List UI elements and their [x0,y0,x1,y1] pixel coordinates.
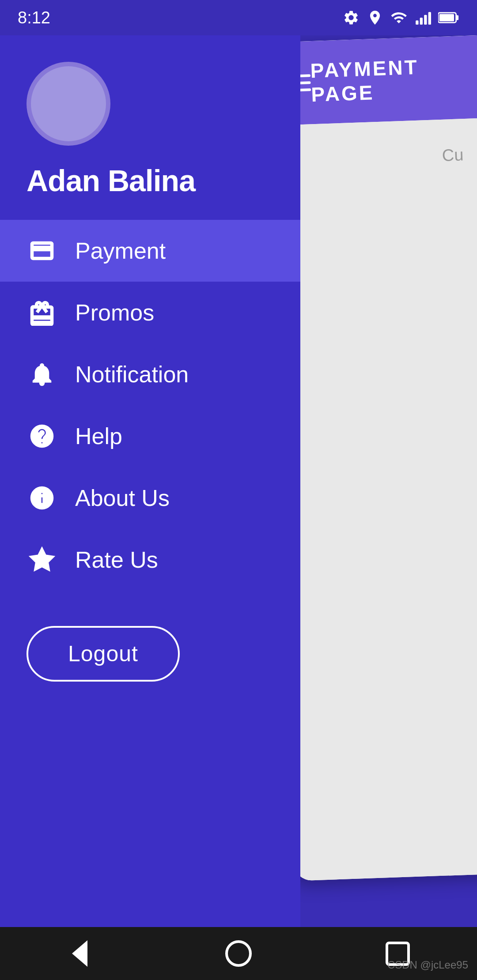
menu-label-promos: Promos [75,299,154,326]
svg-rect-1 [420,18,423,25]
payment-title: PAYMENT PAGE [310,54,458,106]
wifi-icon [390,9,407,26]
svg-marker-7 [31,549,53,570]
back-icon [72,940,87,967]
home-button[interactable] [221,936,256,971]
menu-item-about-us[interactable]: About Us [0,467,300,529]
card-icon [26,235,57,266]
menu-label-help: Help [75,423,122,449]
logout-button[interactable]: Logout [26,626,180,682]
menu-label-notification: Notification [75,361,189,388]
info-icon [26,482,57,513]
menu-item-rate-us[interactable]: Rate Us [0,529,300,591]
signal-icon [414,9,431,26]
svg-rect-0 [416,20,418,24]
battery-icon [438,9,459,26]
svg-rect-2 [424,15,427,25]
logout-section: Logout [0,591,300,717]
menu-label-rate-us: Rate Us [75,547,158,573]
svg-rect-5 [456,15,459,20]
menu-label-about-us: About Us [75,485,170,511]
bell-icon [26,359,57,390]
drawer-menu: Adan Balina Payment Promos [0,0,300,980]
avatar [26,62,110,146]
status-bar: 8:12 [0,0,477,35]
home-icon [225,940,252,967]
menu-item-notification[interactable]: Notification [0,343,300,405]
question-icon [26,421,57,452]
profile-section: Adan Balina [0,35,300,220]
star-icon [26,544,57,575]
location-icon [367,9,383,26]
menu-item-promos[interactable]: Promos [0,282,300,343]
menu-item-payment[interactable]: Payment [0,220,300,282]
settings-icon [343,9,360,26]
menu-item-help[interactable]: Help [0,405,300,467]
status-icons [343,9,459,26]
status-time: 8:12 [18,8,50,27]
menu-label-payment: Payment [75,237,166,264]
payment-body-text: Cu [442,145,464,165]
bottom-navigation-bar [0,927,477,980]
back-button[interactable] [62,936,97,971]
svg-rect-6 [439,14,454,22]
menu-list: Payment Promos Notification [0,220,300,591]
watermark: CSDN @jcLee95 [387,959,468,971]
gift-icon [26,297,57,328]
user-name: Adan Balina [26,163,274,198]
svg-rect-3 [428,12,431,24]
